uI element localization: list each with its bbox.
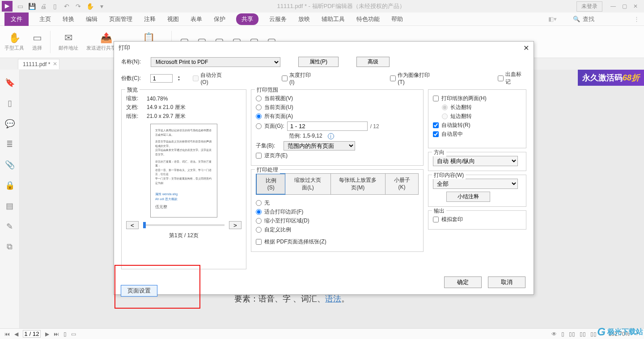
menu-view[interactable]: 视图	[166, 13, 180, 25]
preview-prev-button[interactable]: <	[126, 221, 139, 229]
signature-icon[interactable]: ✎	[6, 222, 13, 231]
menu-form[interactable]: 表单	[190, 13, 203, 25]
orientation-select[interactable]: 自动 横向/纵向	[433, 156, 518, 166]
content-select[interactable]: 全部	[433, 179, 518, 189]
radio-fit-margin[interactable]	[256, 209, 262, 215]
hand-icon[interactable]: ✋	[86, 3, 94, 10]
layers-icon[interactable]: ≣	[6, 139, 13, 149]
security-icon[interactable]: 🔒	[5, 180, 15, 190]
page-icon[interactable]: ▯	[51, 3, 59, 10]
menu-help[interactable]: 帮助	[390, 13, 404, 25]
dialog-close-icon[interactable]: ✕	[523, 44, 529, 52]
menu-annotate[interactable]: 注释	[143, 13, 157, 25]
radio-none[interactable]	[256, 200, 262, 206]
layout-d-icon[interactable]: ▯▯	[590, 331, 597, 337]
forms-icon[interactable]: ▤	[6, 201, 13, 211]
maximize-icon[interactable]: ▢	[622, 3, 627, 9]
menu-aux[interactable]: 辅助工具	[321, 13, 346, 25]
subset-select[interactable]: 范围内的所有页面	[284, 141, 355, 151]
both-sides-checkbox[interactable]	[433, 96, 439, 101]
menu-file[interactable]: 文件	[4, 13, 29, 26]
clipboard-icon[interactable]: ⧉	[7, 242, 13, 251]
menu-more-icon[interactable]: ⋮	[634, 16, 640, 22]
first-page-icon[interactable]: ⏮	[4, 331, 10, 337]
save-icon[interactable]: 💾	[28, 3, 36, 10]
page-number-input[interactable]	[23, 330, 41, 338]
reading-mode-icon[interactable]: ▯	[64, 331, 67, 337]
redo-icon[interactable]: ↷	[74, 3, 82, 10]
radio-short-edge[interactable]	[442, 113, 448, 119]
menu-slideshow[interactable]: 放映	[297, 13, 311, 25]
menu-protect[interactable]: 保护	[213, 13, 226, 25]
by-pdf-page-checkbox[interactable]	[256, 239, 262, 245]
reverse-order-checkbox[interactable]	[256, 153, 262, 159]
search-input[interactable]	[583, 16, 627, 22]
seg-multi[interactable]: 每张纸上放置多页(M)	[331, 174, 386, 194]
menu-pages[interactable]: 页面管理	[108, 13, 133, 25]
simulate-overprint-checkbox[interactable]	[433, 217, 439, 222]
radio-current-view[interactable]	[256, 96, 262, 101]
cancel-button[interactable]: 取消	[488, 276, 525, 288]
menu-special[interactable]: 特色功能	[356, 13, 381, 25]
pages-input[interactable]	[287, 121, 368, 131]
comments-icon[interactable]: 💬	[5, 119, 15, 129]
reading-mode2-icon[interactable]: ▭	[71, 331, 76, 337]
minimize-icon[interactable]: —	[610, 3, 616, 9]
close-icon[interactable]: ✕	[633, 3, 638, 9]
bleed-checkbox[interactable]: 出血标记	[498, 71, 526, 86]
collate-checkbox[interactable]: 自动分页(O)	[193, 71, 229, 85]
preview-next-button[interactable]: >	[229, 221, 242, 229]
advanced-button[interactable]: 高级	[356, 57, 390, 67]
properties-button[interactable]: 属性(P)	[298, 57, 339, 67]
menu-home[interactable]: 主页	[38, 13, 52, 25]
seg-booklet[interactable]: 小册子(K)	[386, 174, 418, 194]
page-setup-button[interactable]: 页面设置	[121, 285, 157, 297]
last-page-icon[interactable]: ⏭	[54, 331, 59, 337]
radio-shrink-area[interactable]	[256, 218, 262, 224]
menu-convert[interactable]: 转换	[62, 13, 75, 25]
document-tab[interactable]: 11111.pdf * ✕	[18, 59, 59, 69]
printer-name-select[interactable]: Microsoft Print to PDF	[151, 57, 280, 67]
next-page-icon[interactable]: ▶	[45, 331, 49, 337]
radio-current-page[interactable]	[256, 105, 262, 110]
autocenter-checkbox[interactable]	[433, 131, 439, 137]
undo-icon[interactable]: ↶	[63, 3, 71, 10]
layout-c-icon[interactable]: ▯▯	[580, 331, 586, 337]
radio-custom-scale[interactable]	[256, 227, 262, 233]
ok-button[interactable]: 确定	[444, 276, 482, 288]
summary-comments-button[interactable]: 小结注释	[446, 192, 490, 202]
menu-edit[interactable]: 编辑	[85, 13, 98, 25]
more-icon[interactable]: ▾	[97, 3, 106, 10]
as-image-checkbox[interactable]: 作为图像打印(T)	[390, 71, 436, 85]
radio-long-edge[interactable]	[442, 105, 448, 110]
open-icon[interactable]: ▭	[16, 3, 24, 10]
view-eye-icon[interactable]: 👁	[551, 331, 557, 337]
info-icon[interactable]: i	[328, 133, 334, 139]
ribbon-mail[interactable]: ✉邮件地址	[59, 32, 78, 51]
radio-all-pages[interactable]	[256, 113, 262, 119]
search-icon[interactable]: 🔍	[573, 16, 580, 22]
autorotate-checkbox[interactable]	[433, 122, 439, 128]
page-link[interactable]: 语法	[325, 294, 341, 303]
menu-share[interactable]: 共享	[236, 13, 258, 25]
menu-cloud[interactable]: 云服务	[268, 13, 288, 25]
prev-page-icon[interactable]: ◀	[14, 331, 18, 337]
ribbon-select[interactable]: ▭选择	[32, 32, 42, 51]
copies-down-icon[interactable]: ▼	[177, 78, 180, 81]
ribbon-hand[interactable]: ✋手型工具	[4, 32, 24, 51]
ribbon-options-icon[interactable]: ◧▾	[548, 16, 557, 22]
layout-b-icon[interactable]: ▯▯	[569, 331, 575, 337]
attachments-icon[interactable]: 📎	[5, 160, 15, 170]
bookmark-icon[interactable]: 🔖	[5, 78, 15, 88]
tab-close-icon[interactable]: ✕	[53, 61, 57, 67]
copies-up-icon[interactable]: ▲	[177, 75, 180, 78]
seg-shrink[interactable]: 缩放过大页面(L)	[285, 174, 330, 194]
grayscale-checkbox[interactable]: 灰度打印(I)	[282, 71, 316, 85]
radio-pages[interactable]	[256, 123, 262, 129]
preview-slider[interactable]	[143, 224, 225, 226]
print-icon[interactable]: 🖨	[39, 3, 47, 10]
copies-input[interactable]	[150, 74, 173, 83]
pages-panel-icon[interactable]: ▯	[8, 98, 12, 108]
layout-a-icon[interactable]: ▯	[561, 331, 564, 337]
login-button[interactable]: 未登录	[576, 1, 602, 12]
